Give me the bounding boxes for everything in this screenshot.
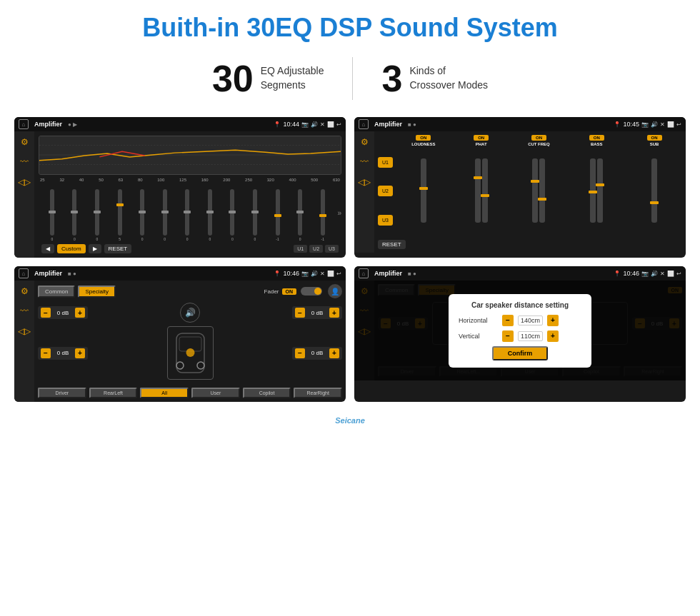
eq-text: EQ Adjustable Segments <box>261 64 324 92</box>
svg-point-6 <box>176 362 184 369</box>
screen-body-4: ⚙ 〰 ◁▷ Common Specialty ON −0 dB+ −0 dB+… <box>354 281 686 380</box>
status-bar-4: ⌂ Amplifier ■ ● 📍 10:46 📷 🔊 ✕ ⬜ ↩ <box>354 266 686 281</box>
bass-on[interactable]: ON <box>589 135 604 141</box>
screen-body-1: ⚙ 〰 ◁▷ <box>14 131 346 258</box>
u3-xo-btn[interactable]: U3 <box>378 215 393 226</box>
fr-minus[interactable]: − <box>295 308 305 318</box>
common-tab[interactable]: Common <box>38 286 75 298</box>
u3-btn[interactable]: U3 <box>325 245 339 253</box>
custom-btn[interactable]: Custom <box>57 244 86 253</box>
fader-main: Common Specialty Fader ON 👤 <box>34 281 346 402</box>
eq-freq-labels: 2532405063 80100125160200 25032040050063… <box>39 178 341 182</box>
reset-area: RESET <box>378 236 682 249</box>
status-bar-2: ⌂ Amplifier ■ ● 📍 10:45 📷 🔊 ✕ ⬜ ↩ <box>354 117 686 131</box>
app-title-2: Amplifier <box>374 121 402 128</box>
speaker-layout: − 0 dB + 🔊 − <box>38 303 342 383</box>
sidebar-icon-eq[interactable]: ⚙ <box>21 137 29 147</box>
front-left-db: − 0 dB + <box>38 306 88 319</box>
loudness-on[interactable]: ON <box>416 135 431 141</box>
rear-left-db: − 0 dB + <box>38 347 88 360</box>
app-title-3: Amplifier <box>34 270 62 277</box>
reset-btn[interactable]: RESET <box>104 244 132 253</box>
u-buttons: U1 U2 U3 <box>378 135 393 233</box>
status-icons-1: 📍 10:44 📷 🔊 ✕ ⬜ ↩ <box>274 121 341 128</box>
crossover-layout: U1 U2 U3 ON LOUDNESS <box>378 135 682 233</box>
fr-plus[interactable]: + <box>329 308 339 318</box>
eq-controls: ◀ Custom ▶ RESET U1 U2 U3 <box>39 241 341 253</box>
confirm-btn[interactable]: Confirm <box>492 346 549 360</box>
copilot-btn[interactable]: Copilot <box>243 388 291 398</box>
sidebar-icon-vol3[interactable]: ◁▷ <box>18 326 31 336</box>
specialty-tab[interactable]: Specialty <box>78 286 115 298</box>
eq-number: 30 <box>212 57 254 100</box>
sidebar-icon-eq3[interactable]: ⚙ <box>21 286 29 296</box>
horizontal-plus[interactable]: + <box>547 315 559 326</box>
sidebar-icon-eq2[interactable]: ⚙ <box>361 137 369 147</box>
sidebar-2: ⚙ 〰 ◁▷ <box>354 131 374 253</box>
rr-plus[interactable]: + <box>329 348 339 358</box>
sidebar-icon-wave[interactable]: 〰 <box>20 157 29 167</box>
fader-tabs: Common Specialty Fader ON 👤 <box>38 284 342 298</box>
rr-minus[interactable]: − <box>295 348 305 358</box>
sidebar-icon-wave2[interactable]: 〰 <box>360 157 369 167</box>
watermark: Seicane <box>0 413 700 432</box>
crossover-stat: 3 Kinds of Crossover Modes <box>353 57 516 100</box>
status-icons-4: 📍 10:46 📷 🔊 ✕ ⬜ ↩ <box>614 270 681 277</box>
sidebar-icon-wave3[interactable]: 〰 <box>20 306 29 316</box>
sidebar-3: ⚙ 〰 ◁▷ <box>14 281 34 402</box>
phat-col: ON PHAT <box>454 135 509 233</box>
screen-body-3: ⚙ 〰 ◁▷ Common Specialty Fader ON 👤 <box>14 281 346 402</box>
eq-stat: 30 EQ Adjustable Segments <box>184 57 353 100</box>
eq-arrow[interactable]: » <box>337 209 341 217</box>
front-right-db: − 0 dB + <box>292 306 342 319</box>
screen-eq: ⌂ Amplifier ● ▶ 📍 10:44 📷 🔊 ✕ ⬜ ↩ ⚙ 〰 ◁▷ <box>14 117 346 258</box>
vertical-label: Vertical <box>459 333 498 340</box>
horizontal-row: Horizontal − 140cm + <box>459 315 581 326</box>
home-icon-3[interactable]: ⌂ <box>19 268 29 278</box>
xo-reset-btn[interactable]: RESET <box>378 240 406 249</box>
horizontal-value: 140cm <box>518 315 543 325</box>
status-bar-1: ⌂ Amplifier ● ▶ 📍 10:44 📷 🔊 ✕ ⬜ ↩ <box>14 117 346 131</box>
screen-crossover: ⌂ Amplifier ■ ● 📍 10:45 📷 🔊 ✕ ⬜ ↩ ⚙ 〰 ◁▷ <box>354 117 686 258</box>
sidebar-icon-vol2[interactable]: ◁▷ <box>358 177 371 187</box>
sidebar-icon-vol[interactable]: ◁▷ <box>18 177 31 187</box>
u1-xo-btn[interactable]: U1 <box>378 157 393 168</box>
top-center: 🔊 <box>91 303 289 323</box>
u2-xo-btn[interactable]: U2 <box>378 186 393 196</box>
crossover-main: U1 U2 U3 ON LOUDNESS <box>374 131 686 253</box>
play-btn[interactable]: ▶ <box>89 244 101 253</box>
eq-sliders: 0 0 0 5 0 0 0 0 0 0 -1 0 -1 <box>39 184 336 241</box>
svg-point-7 <box>197 362 204 369</box>
cutfreq-on[interactable]: ON <box>531 135 546 141</box>
phat-on[interactable]: ON <box>474 135 489 141</box>
fader-label: Fader <box>264 288 279 295</box>
page-title: Buith-in 30EQ DSP Sound System <box>0 0 700 50</box>
dialog-title: Car speaker distance setting <box>459 301 581 309</box>
user-btn[interactable]: User <box>191 388 240 398</box>
driver-btn[interactable]: Driver <box>38 388 86 398</box>
home-icon-4[interactable]: ⌂ <box>359 268 369 278</box>
cutfreq-col: ON CUT FREQ <box>511 135 567 233</box>
sub-on[interactable]: ON <box>647 135 662 141</box>
u1-btn[interactable]: U1 <box>294 245 307 253</box>
all-btn[interactable]: All <box>140 388 189 398</box>
rl-minus[interactable]: − <box>41 348 51 358</box>
vertical-plus[interactable]: + <box>547 330 559 342</box>
rearright-btn[interactable]: RearRight <box>294 388 342 398</box>
horizontal-minus[interactable]: − <box>502 315 514 326</box>
u2-btn[interactable]: U2 <box>309 245 323 253</box>
rl-plus[interactable]: + <box>75 348 85 358</box>
app-title-4: Amplifier <box>374 270 402 277</box>
home-icon-1[interactable]: ⌂ <box>19 119 29 129</box>
distance-dialog: Car speaker distance setting Horizontal … <box>449 294 591 368</box>
fl-plus[interactable]: + <box>75 308 85 318</box>
app-title-1: Amplifier <box>34 121 62 128</box>
vertical-row: Vertical − 110cm + <box>459 330 581 342</box>
play-prev-btn[interactable]: ◀ <box>41 244 54 253</box>
fl-minus[interactable]: − <box>41 308 51 318</box>
vertical-minus[interactable]: − <box>502 330 514 342</box>
screen-distance: ⌂ Amplifier ■ ● 📍 10:46 📷 🔊 ✕ ⬜ ↩ ⚙ 〰 ◁▷ <box>354 266 686 402</box>
rearleft-btn[interactable]: RearLeft <box>89 388 138 398</box>
loudness-col: ON LOUDNESS <box>396 135 451 233</box>
home-icon-2[interactable]: ⌂ <box>359 119 369 129</box>
